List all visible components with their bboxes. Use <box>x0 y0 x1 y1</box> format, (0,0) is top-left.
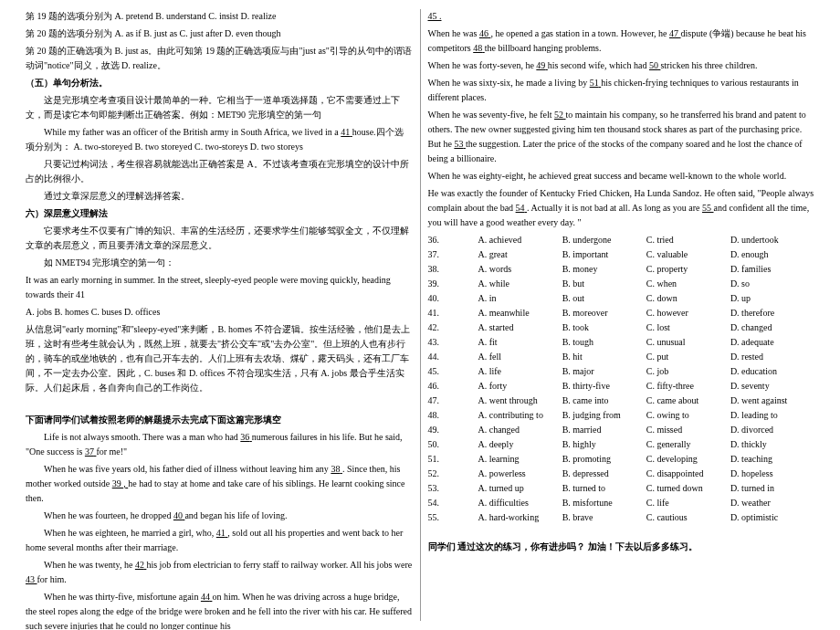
cloze-sentence: While my father was an officer of the Br… <box>26 125 413 154</box>
option-row-38: 38.A. wordsB. moneyC. propertyD. familie… <box>428 262 815 277</box>
option-row-48: 48.A. contributing toB. judging fromC. o… <box>428 408 815 423</box>
option-b: B. out <box>562 291 646 306</box>
option-row-41: 41.A. meanwhileB. moreoverC. howeverD. t… <box>428 306 815 320</box>
option-a: A. achieved <box>478 233 562 247</box>
blank-49: 49 <box>536 60 548 70</box>
cloze-sentence: When he was eighteen, he married a girl,… <box>26 526 413 555</box>
option-a: A. contributing to <box>478 408 562 423</box>
option-b: B. hit <box>562 350 646 364</box>
option-number: 53. <box>428 481 478 496</box>
option-c: C. tried <box>646 233 730 247</box>
blank-37: 37 <box>85 446 97 457</box>
option-d: D. weather <box>730 496 814 510</box>
option-c: C. valuable <box>646 247 730 262</box>
option-a: A. difficulties <box>478 496 562 510</box>
option-d: D. teaching <box>730 452 814 467</box>
cloze-sentence: When he was fourteen, he dropped 40 and … <box>26 509 413 523</box>
option-row-44: 44.A. fellB. hitC. putD. rested <box>428 350 815 364</box>
option-row-55: 55.A. hard-workingB. braveC. cautiousD. … <box>428 510 815 525</box>
option-row-49: 49.A. changedB. marriedC. missedD. divor… <box>428 423 815 437</box>
text: his job from electrician to ferry staff … <box>146 560 412 570</box>
option-row-36: 36.A. achievedB. undergoneC. triedD. und… <box>428 233 815 247</box>
option-b: B. depressed <box>562 467 646 481</box>
option-d: D. leading to <box>730 408 814 423</box>
left-column: 第 19 题的选项分别为 A. pretend B. understand C.… <box>18 9 421 621</box>
text: When he was sixty-six, he made a living … <box>428 78 590 88</box>
options-line: A. jobs B. homes C. buses D. offices <box>26 305 413 320</box>
blank-54: 54 <box>516 203 528 213</box>
option-b: B. undergone <box>562 233 646 247</box>
blank-36: 36 <box>240 432 252 442</box>
option-d: D. turned in <box>730 481 814 496</box>
option-c: C. disappointed <box>646 467 730 481</box>
option-row-46: 46.A. fortyB. thirty-fiveC. fifty-threeD… <box>428 379 815 394</box>
right-column: 45 . When he was 46 , he opened a gas st… <box>421 9 823 621</box>
option-a: A. fit <box>478 335 562 350</box>
option-d: D. education <box>730 364 814 379</box>
option-number: 37. <box>428 247 478 262</box>
option-b: B. promoting <box>562 452 646 467</box>
blank-40: 40 <box>173 510 185 520</box>
option-c: C. owing to <box>646 408 730 423</box>
option-d: D. enough <box>730 247 814 262</box>
text-paragraph: When he was eighty-eight, he achieved gr… <box>428 169 815 184</box>
footer-text: 同学们 通过这次的练习，你有进步吗？ 加油！下去以后多多练习。 <box>428 540 815 554</box>
option-c: C. property <box>646 262 730 277</box>
option-d: D. up <box>730 291 814 306</box>
option-number: 49. <box>428 423 478 437</box>
option-b: B. tough <box>562 335 646 350</box>
text-line: 第 19 题的选项分别为 A. pretend B. understand C.… <box>26 9 413 24</box>
cloze-sentence: 45 . <box>428 9 815 24</box>
option-c: C. down <box>646 291 730 306</box>
blank-48: 48 <box>473 43 485 53</box>
text: When he was seventy-five, he felt <box>428 110 555 120</box>
option-c: C. generally <box>646 437 730 452</box>
option-d: D. went against <box>730 394 814 408</box>
cloze-sentence: When he was seventy-five, he felt 52 to … <box>428 108 815 166</box>
text-paragraph: 通过文章深层意义的理解选择答案。 <box>26 189 413 204</box>
option-a: A. deeply <box>478 437 562 452</box>
option-b: B. came into <box>562 394 646 408</box>
cloze-sentence: When he was sixty-six, he made a living … <box>428 76 815 105</box>
option-number: 44. <box>428 350 478 364</box>
option-row-50: 50.A. deeplyB. highlyC. generallyD. thic… <box>428 437 815 452</box>
option-a: A. fell <box>478 350 562 364</box>
text-line: 第 20 题的正确选项为 B. just as。由此可知第 19 题的正确选项应… <box>26 44 413 73</box>
option-number: 52. <box>428 467 478 481</box>
text: When he was eighteen, he married a girl,… <box>44 528 216 538</box>
option-row-42: 42.A. startedB. tookC. lostD. changed <box>428 320 815 335</box>
option-a: A. powerless <box>478 467 562 481</box>
option-b: B. misfortune <box>562 496 646 510</box>
option-b: B. took <box>562 320 646 335</box>
text: for me!" <box>96 446 127 457</box>
option-d: D. so <box>730 277 814 291</box>
exercise-heading: 下面请同学们试着按照老师的解题提示去完成下面这篇完形填空 <box>26 413 413 427</box>
text: When he was thirty-five, misfortune agai… <box>44 592 201 602</box>
text: . Actually it is not bad at all. As long… <box>527 203 702 213</box>
option-b: B. highly <box>562 437 646 452</box>
text: the suggestion. Later the price of the s… <box>428 139 803 163</box>
option-b: B. major <box>562 364 646 379</box>
text-paragraph: 这是完形填空考查项目设计最简单的一种。它相当于一道单项选择题，它不需要通过上下文… <box>26 93 413 122</box>
blank-41b: 41 <box>216 528 228 538</box>
option-number: 42. <box>428 320 478 335</box>
text: his second wife, which had <box>548 60 649 70</box>
cloze-sentence: When he was twenty, he 42 his job from e… <box>26 558 413 587</box>
option-number: 40. <box>428 291 478 306</box>
blank-39: 39 , <box>112 478 129 488</box>
option-row-43: 43.A. fitB. toughC. unusualD. adequate <box>428 335 815 350</box>
option-a: A. meanwhile <box>478 306 562 320</box>
option-number: 50. <box>428 437 478 452</box>
text: and began his life of loving. <box>184 510 287 520</box>
option-d: D. therefore <box>730 306 814 320</box>
option-b: B. brave <box>562 510 646 525</box>
blank-50: 50 <box>649 60 661 70</box>
option-c: C. turned down <box>646 481 730 496</box>
option-row-53: 53.A. turned upB. turned toC. turned dow… <box>428 481 815 496</box>
text: When he was fourteen, he dropped <box>44 510 173 520</box>
cloze-sentence: When he was forty-seven, he 49 his secon… <box>428 58 815 73</box>
option-a: A. hard-working <box>478 510 562 525</box>
option-c: C. missed <box>646 423 730 437</box>
cloze-sentence: He was exactly the founder of Kentucky F… <box>428 186 815 230</box>
option-c: C. cautious <box>646 510 730 525</box>
